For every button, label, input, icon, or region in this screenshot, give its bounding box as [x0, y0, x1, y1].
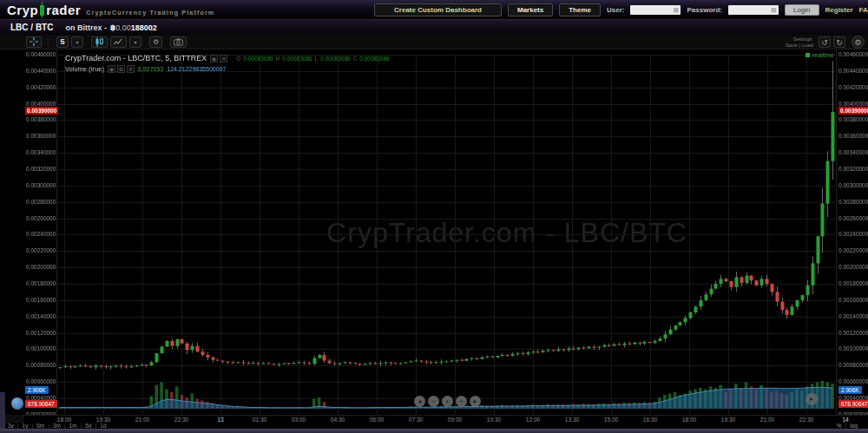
visibility-toggle-icon[interactable]: ◉ [108, 65, 115, 73]
price-axis-label: 0.00220000 [838, 247, 868, 253]
volume-value: 6.927053 [138, 66, 163, 72]
style-dropdown-button[interactable]: ▾ [129, 36, 141, 48]
ohlc-value: 0.00083086 [320, 56, 350, 62]
percent-scale-button[interactable]: % [837, 423, 842, 429]
separator: | [81, 423, 82, 429]
chart-area: CrypTrader.com - LBC/BTC 0.004600000.004… [0, 49, 868, 415]
redo-button[interactable]: ↻ [833, 36, 845, 48]
ohlc-value: 0.00083086 [282, 56, 312, 62]
widget-settings-button[interactable]: ⚙ [852, 36, 865, 49]
range-1m-button[interactable]: 1m [69, 423, 77, 429]
snapshot-button[interactable] [170, 36, 187, 48]
time-axis-label: 19:30 [721, 417, 735, 423]
price-axis-label: 0.00340000 [838, 149, 868, 155]
undo-button[interactable]: ↺ [819, 36, 831, 48]
line-style-button[interactable] [110, 36, 127, 48]
range-3m-button[interactable]: 3m [53, 423, 61, 429]
ohlc-value: 0.00083086 [359, 56, 389, 62]
time-axis-label: 12:00 [526, 417, 540, 423]
exchange-name: on Bittrex - [65, 23, 107, 32]
range-1d-button[interactable]: 1d [100, 423, 106, 429]
volume-tag: 678.90647 [25, 400, 57, 408]
save-load-label[interactable]: Save | Load [786, 43, 813, 49]
scroll-to-realtime-button[interactable]: ▸ [806, 393, 818, 405]
price-axis-right[interactable]: 0.004600000.004400000.004200000.00400000… [838, 49, 868, 415]
time-axis-label: 07:30 [409, 417, 423, 423]
reset-view-button[interactable]: ▪ [442, 396, 453, 407]
realtime-label: realtime [812, 52, 834, 58]
range-3y-button[interactable]: 3y [8, 423, 14, 429]
app-logo[interactable]: Cryp rader CryptoCurrency Trading Platfo… [7, 3, 214, 17]
ohlc-key: H [276, 56, 280, 62]
price-axis-label: 0.00460000 [838, 51, 868, 57]
time-axis-label: 22:30 [799, 417, 813, 423]
username-input[interactable] [631, 6, 673, 14]
zoom-out-button[interactable]: − [428, 396, 439, 407]
price-axis-label: 0.00140000 [26, 313, 56, 319]
range-6m-button[interactable]: 6m [36, 423, 44, 429]
interval-dropdown-button[interactable]: ▾ [71, 36, 83, 48]
settings-icon[interactable]: ⚙ [117, 65, 125, 73]
price-axis-label: 0.00120000 [26, 330, 56, 336]
range-5d-button[interactable]: 5d [85, 423, 91, 429]
price-axis-label: 0.00400000 [838, 101, 868, 107]
line-chart-icon [114, 38, 123, 46]
price-axis-label: 0.00080000 [26, 362, 56, 368]
faq-link[interactable]: FAQ [859, 6, 868, 14]
price-axis-left[interactable]: 0.004600000.004400000.004200000.00400000… [26, 49, 62, 415]
price-axis-label: 0.00160000 [838, 297, 868, 303]
bottom-bar: 3y|1y|6m|3m|1m|5d|1d % | log [0, 423, 868, 429]
close-icon[interactable]: ✕ [220, 55, 227, 62]
legend-icon-group: ◉✕ [210, 55, 227, 62]
legend-icon-group: ◉⚙✕ [108, 65, 135, 73]
legend-title: CrypTrader.com - LBC/BTC, 5, BITTREX [65, 54, 207, 62]
password-input[interactable] [729, 6, 771, 14]
price-axis-label: 0.00060000 [838, 378, 868, 384]
redo-icon: ↻ [836, 38, 843, 47]
time-axis-label: 10:30 [487, 417, 501, 423]
widget-resize-strip[interactable] [0, 429, 868, 433]
candlestick-style-button[interactable] [91, 36, 108, 48]
time-axis-label: 22:30 [174, 417, 188, 423]
login-button[interactable]: Login [785, 4, 819, 16]
ohlc-key: L [315, 56, 319, 62]
password-label: Password: [687, 6, 721, 14]
realtime-indicator: realtime [806, 52, 834, 58]
price-axis-label: 0.00200000 [26, 264, 56, 270]
price-axis-label: 0.00180000 [26, 280, 56, 286]
price-value: 188002 [131, 23, 157, 32]
chart-nav-controls: ◂−▪+▸ [414, 396, 481, 407]
autofill-icon: ▤ [771, 7, 777, 13]
range-1y-button[interactable]: 1y [23, 423, 29, 429]
markets-button[interactable]: Markets [508, 3, 553, 16]
time-axis-label: 13:30 [565, 417, 579, 423]
crosshair-mode-button[interactable] [26, 36, 42, 48]
price-axis-label: 0.00100000 [838, 345, 868, 351]
pan-left-button[interactable]: ◂ [414, 396, 425, 407]
undo-icon: ↺ [821, 38, 828, 47]
chart-canvas[interactable] [0, 49, 868, 415]
zoom-in-button[interactable]: + [456, 396, 467, 407]
visibility-toggle-icon[interactable]: ◉ [210, 55, 218, 62]
price-axis-label: 0.00080000 [838, 362, 868, 368]
time-axis[interactable]: 18:0019:3021:0022:301301:3003:0004:3006:… [23, 415, 868, 423]
crosshair-icon [30, 37, 38, 46]
create-dashboard-button[interactable]: Create Custom Dashboard [374, 3, 502, 16]
settings-save-load[interactable]: Settings: Save | Load [786, 36, 813, 49]
toolbar-grip-icon[interactable]: ⋮ [44, 38, 51, 46]
price-axis-label: 0.00320000 [26, 166, 56, 172]
theme-button[interactable]: Theme [559, 3, 601, 16]
register-link[interactable]: Register [825, 6, 853, 14]
header-controls: Create Custom Dashboard Markets Theme Us… [374, 0, 868, 19]
indicators-button[interactable]: ⚙ [149, 36, 162, 48]
price-axis-label: 0.00380000 [838, 116, 868, 122]
close-icon[interactable]: ✕ [127, 65, 135, 73]
price-axis-label: 0.00180000 [838, 280, 868, 286]
separator: | [31, 423, 33, 429]
realtime-dot-icon [806, 53, 810, 57]
pan-right-button[interactable]: ▸ [470, 396, 481, 407]
separator: | [845, 423, 847, 429]
log-scale-button[interactable]: log [850, 423, 858, 429]
interval-button[interactable]: 5 [56, 36, 69, 48]
page-background-edge [0, 392, 5, 429]
